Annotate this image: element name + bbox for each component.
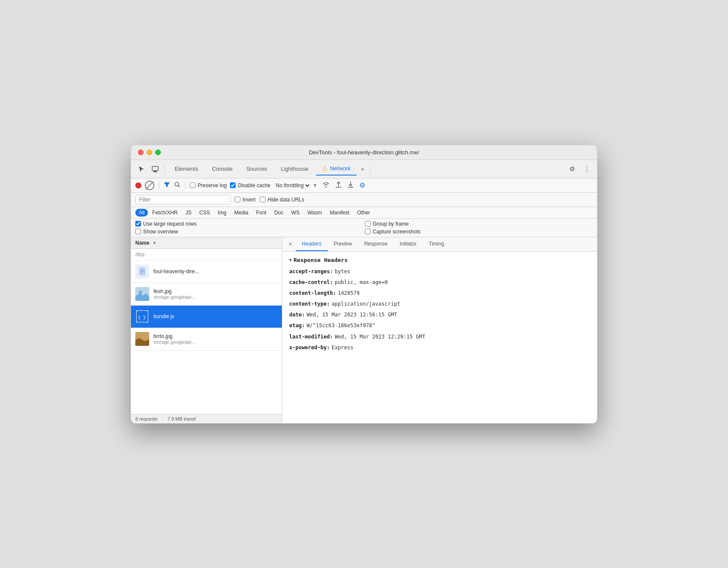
wifi-icon[interactable]	[322, 181, 330, 190]
cursor-icon[interactable]	[135, 163, 147, 175]
close-button[interactable]	[138, 150, 144, 155]
tab-preview[interactable]: Preview	[328, 237, 358, 251]
throttle-select[interactable]: No throttling Fast 3G Slow 3G Offline	[274, 182, 311, 189]
invert-checkbox[interactable]: Invert	[235, 197, 255, 203]
clear-icon[interactable]	[145, 181, 154, 190]
record-button[interactable]	[135, 182, 141, 188]
header-value: Wed, 15 Mar 2023 12:29:15 GMT	[335, 333, 425, 341]
capture-screenshots-input[interactable]	[365, 229, 370, 234]
disable-cache-checkbox[interactable]: Disable cache	[230, 182, 270, 188]
group-by-frame-input[interactable]	[365, 221, 370, 227]
file-info: fesh.jpg storage.googleapi...	[153, 288, 278, 300]
resource-filter-css[interactable]: CSS	[196, 209, 214, 217]
network-settings-icon[interactable]: ⚙	[359, 181, 365, 189]
doc-icon	[135, 265, 149, 278]
tab-response[interactable]: Response	[358, 237, 393, 251]
minimize-button[interactable]	[147, 150, 152, 155]
header-row: etag:W/"15cc63-186e53ef978"	[289, 322, 590, 330]
detail-panel: × Headers Preview Response Initiator Tim…	[282, 237, 597, 423]
tab-timing[interactable]: Timing	[423, 237, 450, 251]
header-name: accept-ranges:	[289, 268, 333, 276]
header-row: cache-control:public, max-age=0	[289, 278, 590, 287]
transfer-size: 7.9 MB transf	[167, 416, 195, 421]
warning-icon: ⚠	[322, 165, 328, 172]
header-value: 1428579	[338, 289, 360, 297]
resource-type-filter: AllFetch/XHRJSCSSImgMediaFontDocWSWasmMa…	[131, 207, 597, 219]
resource-filter-doc[interactable]: Doc	[271, 209, 287, 217]
libs-entry[interactable]: /libs	[131, 249, 282, 261]
hide-data-urls-checkbox[interactable]: Hide data URLs	[260, 197, 304, 203]
resource-filter-media[interactable]: Media	[231, 209, 252, 217]
resource-filter-js[interactable]: JS	[182, 209, 195, 217]
resource-filter-fetch-xhr[interactable]: Fetch/XHR	[149, 209, 181, 217]
close-panel-button[interactable]: ×	[287, 238, 296, 251]
header-name: cache-control:	[289, 278, 333, 287]
list-item[interactable]: foul-heavenly-dire...	[131, 261, 282, 283]
resource-filter-img[interactable]: Img	[214, 209, 230, 217]
hide-data-urls-input[interactable]	[260, 197, 265, 202]
list-item[interactable]: fesh.jpg storage.googleapi...	[131, 283, 282, 306]
img-icon	[135, 332, 149, 346]
header-value: public, max-age=0	[335, 278, 388, 287]
file-info: foul-heavenly-dire...	[153, 268, 278, 274]
preserve-log-input[interactable]	[190, 182, 195, 188]
list-item[interactable]: { } bundle.js	[131, 306, 282, 328]
group-by-frame-checkbox[interactable]: Group by frame	[365, 221, 593, 227]
resource-filter-wasm[interactable]: Wasm	[304, 209, 326, 217]
tab-console[interactable]: Console	[206, 163, 239, 175]
toolbar-right: ⚙ ⋮	[566, 163, 593, 175]
header-name: x-powered-by:	[289, 344, 330, 352]
status-bar: 8 requests | 7.9 MB transf	[131, 414, 282, 423]
preserve-log-checkbox[interactable]: Preserve log	[190, 182, 227, 188]
js-icon: { }	[135, 310, 149, 323]
upload-icon[interactable]	[335, 181, 342, 190]
disable-cache-input[interactable]	[230, 182, 236, 188]
window-title: DevTools - foul-heavenly-direction.glitc…	[309, 149, 419, 156]
filter-input[interactable]	[135, 195, 230, 204]
file-name: brrto.jpg	[153, 333, 278, 339]
resource-filter-other[interactable]: Other	[354, 209, 374, 217]
file-sub: storage.googleapi...	[153, 294, 278, 300]
maximize-button[interactable]	[155, 150, 161, 155]
tab-sources[interactable]: Sources	[240, 163, 273, 175]
filter-icon[interactable]	[163, 181, 170, 190]
collapse-triangle[interactable]: ▼	[289, 258, 292, 262]
header-name: last-modified:	[289, 333, 333, 341]
tab-lighthouse[interactable]: Lighthouse	[275, 163, 315, 175]
show-overview-checkbox[interactable]: Show overview	[135, 229, 363, 235]
use-large-rows-input[interactable]	[135, 221, 141, 227]
tab-elements[interactable]: Elements	[169, 163, 204, 175]
settings-icon[interactable]: ⚙	[566, 163, 578, 175]
header-name: etag:	[289, 322, 305, 330]
invert-input[interactable]	[235, 197, 240, 202]
devtools-window: DevTools - foul-heavenly-direction.glitc…	[131, 145, 597, 424]
options-row: Use large request rows Group by frame Sh…	[131, 219, 597, 237]
resource-filter-font[interactable]: Font	[252, 209, 270, 217]
header-value: bytes	[335, 268, 350, 276]
svg-rect-0	[152, 166, 158, 171]
tab-headers[interactable]: Headers	[296, 237, 327, 251]
capture-screenshots-checkbox[interactable]: Capture screenshots	[365, 229, 593, 235]
resource-filter-all[interactable]: All	[135, 209, 148, 217]
file-name: fesh.jpg	[153, 288, 278, 294]
ntb-divider-2	[185, 182, 185, 189]
main-toolbar: Elements Console Sources Lighthouse ⚠ Ne…	[131, 160, 597, 179]
use-large-rows-checkbox[interactable]: Use large request rows	[135, 221, 363, 227]
file-info: bundle.js	[153, 313, 278, 319]
header-name: content-type:	[289, 300, 330, 308]
show-overview-input[interactable]	[135, 229, 141, 234]
sort-arrow: ▼	[152, 240, 157, 246]
tab-more[interactable]: »	[358, 164, 367, 174]
header-row: date:Wed, 15 Mar 2023 12:56:15 GMT	[289, 311, 590, 319]
list-item[interactable]: brrto.jpg storage.googleapi...	[131, 328, 282, 351]
traffic-lights	[138, 150, 161, 155]
search-icon[interactable]	[174, 181, 181, 190]
tab-network[interactable]: ⚠ Network	[316, 163, 357, 176]
tab-initiator[interactable]: Initiator	[393, 237, 422, 251]
resource-filter-ws[interactable]: WS	[288, 209, 303, 217]
more-options-icon[interactable]: ⋮	[581, 163, 593, 175]
header-row: accept-ranges:bytes	[289, 268, 590, 276]
resource-filter-manifest[interactable]: Manifest	[326, 209, 353, 217]
download-icon[interactable]	[347, 181, 354, 190]
device-icon[interactable]	[149, 163, 161, 175]
